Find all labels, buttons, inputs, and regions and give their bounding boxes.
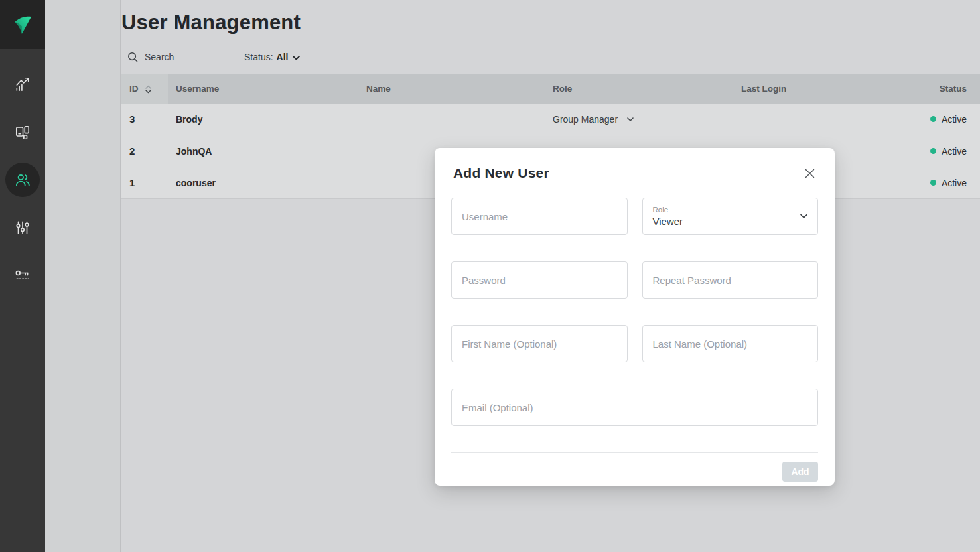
sidebar-item-devices[interactable] bbox=[0, 108, 45, 156]
status-filter-dropdown[interactable]: Status: All bbox=[244, 52, 300, 62]
status-label: Active bbox=[942, 114, 967, 125]
password-field-box[interactable] bbox=[451, 261, 628, 299]
email-field[interactable] bbox=[462, 402, 807, 413]
row-id: 3 bbox=[121, 104, 168, 135]
add-new-user-modal: Add New User Role Viewer bbox=[435, 148, 835, 486]
add-user-form: Role Viewer bbox=[451, 198, 818, 426]
chevron-down-icon bbox=[293, 56, 300, 60]
active-nav-highlight bbox=[5, 163, 40, 197]
row-username: Brody bbox=[168, 104, 358, 135]
sidebar-nav bbox=[0, 49, 45, 299]
role-select-value: Group Manager bbox=[553, 114, 618, 125]
status-active-dot bbox=[930, 116, 936, 122]
row-status: Active bbox=[867, 104, 980, 135]
column-header-id[interactable]: ID bbox=[121, 74, 168, 104]
row-id: 2 bbox=[121, 135, 168, 167]
column-header-username: Username bbox=[168, 74, 358, 104]
table-row[interactable]: 3 Brody Group Manager Active bbox=[121, 104, 980, 135]
status-filter-value: All bbox=[277, 52, 289, 62]
sort-icon[interactable] bbox=[145, 85, 151, 94]
column-header-last-login: Last Login bbox=[733, 74, 867, 104]
password-field[interactable] bbox=[462, 275, 617, 286]
row-name bbox=[358, 104, 545, 135]
table-header-row: ID Username Name Role Last Login Status bbox=[121, 74, 980, 104]
repeat-password-field[interactable] bbox=[653, 275, 808, 286]
page-title: User Management bbox=[121, 11, 980, 34]
app-logo bbox=[0, 0, 45, 49]
status-active-dot bbox=[930, 180, 936, 186]
devices-icon bbox=[14, 123, 31, 141]
last-name-field[interactable] bbox=[653, 338, 808, 350]
status-active-dot bbox=[930, 148, 936, 154]
sidebar bbox=[0, 0, 45, 552]
search-box[interactable] bbox=[127, 52, 218, 63]
sidebar-item-users[interactable] bbox=[0, 156, 45, 204]
column-header-id-label: ID bbox=[129, 84, 139, 94]
column-header-status: Status bbox=[867, 74, 980, 104]
modal-divider bbox=[451, 452, 818, 453]
add-button[interactable]: Add bbox=[782, 462, 818, 482]
users-icon bbox=[14, 171, 31, 188]
modal-footer: Add bbox=[451, 462, 818, 482]
email-field-box[interactable] bbox=[451, 389, 818, 426]
status-label: Active bbox=[942, 178, 967, 188]
left-gutter bbox=[45, 0, 121, 552]
chevron-down-icon bbox=[627, 117, 634, 121]
sidebar-item-settings[interactable] bbox=[0, 204, 45, 251]
first-name-field[interactable] bbox=[462, 338, 617, 350]
row-username: JohnQA bbox=[168, 135, 358, 167]
toolbar: Status: All bbox=[121, 50, 980, 64]
role-field-label: Role bbox=[653, 206, 669, 214]
row-id: 1 bbox=[121, 167, 168, 198]
username-field-box[interactable] bbox=[451, 198, 628, 235]
modal-header: Add New User bbox=[451, 164, 818, 181]
last-name-field-box[interactable] bbox=[642, 325, 819, 362]
status-label: Active bbox=[942, 146, 967, 157]
sidebar-item-license[interactable] bbox=[0, 251, 45, 299]
row-status: Active bbox=[867, 135, 980, 167]
username-field[interactable] bbox=[462, 211, 617, 222]
search-icon bbox=[127, 52, 139, 63]
search-input[interactable] bbox=[145, 52, 218, 62]
sort-desc-icon bbox=[145, 90, 151, 94]
license-key-icon bbox=[14, 267, 31, 284]
status-filter-label: Status: bbox=[244, 52, 273, 62]
analytics-icon bbox=[14, 76, 31, 93]
sliders-icon bbox=[14, 219, 31, 236]
role-field-value: Viewer bbox=[653, 216, 683, 227]
row-status: Active bbox=[867, 167, 980, 198]
row-last-login bbox=[733, 104, 867, 135]
close-icon bbox=[805, 169, 815, 178]
role-select-field[interactable]: Role Viewer bbox=[642, 198, 819, 235]
first-name-field-box[interactable] bbox=[451, 325, 628, 362]
column-header-name: Name bbox=[358, 74, 545, 104]
brand-logo-icon bbox=[11, 13, 35, 36]
sidebar-item-analytics[interactable] bbox=[0, 60, 45, 108]
modal-title: Add New User bbox=[453, 165, 549, 181]
row-username: cooruser bbox=[168, 167, 358, 198]
sort-asc-icon bbox=[145, 85, 151, 89]
close-button[interactable] bbox=[804, 167, 816, 180]
chevron-down-icon bbox=[800, 214, 807, 219]
column-header-role: Role bbox=[545, 74, 733, 104]
role-select[interactable]: Group Manager bbox=[553, 114, 634, 125]
repeat-password-field-box[interactable] bbox=[642, 261, 819, 299]
